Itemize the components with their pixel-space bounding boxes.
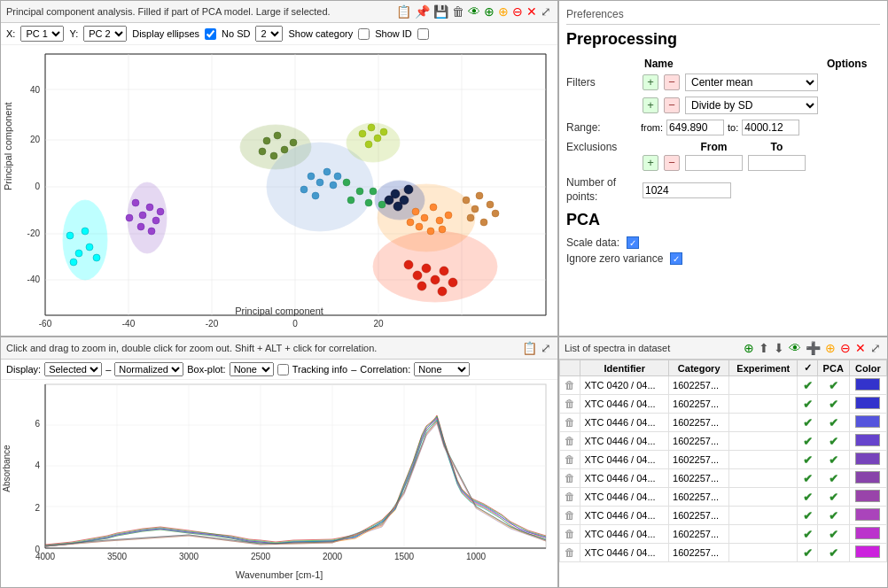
table-row[interactable]: 🗑 XTC 0446 / 04... 1602257... ✔ ✔	[560, 469, 887, 488]
row-delete-2[interactable]: 🗑	[560, 414, 580, 432]
svg-point-40	[139, 212, 146, 219]
row-delete-8[interactable]: 🗑	[560, 525, 580, 544]
list-add-icon[interactable]: ⊕	[743, 340, 755, 356]
scale-data-checkbox[interactable]	[627, 236, 639, 249]
list-expand-icon[interactable]: ⤢	[869, 340, 882, 356]
table-row[interactable]: 🗑 XTC 0420 / 04... 1602257... ✔ ✔	[560, 376, 887, 395]
show-id-checkbox[interactable]	[417, 28, 429, 40]
row-id-3: XTC 0446 / 04...	[580, 432, 669, 451]
row-color-8[interactable]	[849, 525, 886, 544]
cross-icon[interactable]: ✕	[526, 4, 538, 19]
row-id-5: XTC 0446 / 04...	[580, 469, 669, 488]
copy-icon[interactable]: 📋	[395, 4, 412, 19]
list-minus-icon[interactable]: ⊖	[839, 340, 852, 356]
pin-icon[interactable]: 📌	[414, 4, 431, 19]
minus-circle-icon[interactable]: ⊖	[511, 4, 524, 19]
row-pca-8: ✔	[817, 525, 849, 544]
filter2-add-btn[interactable]: +	[643, 97, 658, 113]
y-pc-select[interactable]: PC 1PC 2PC 3	[83, 26, 127, 42]
exclusion-to-input[interactable]	[748, 155, 806, 171]
list-view-icon[interactable]: 👁	[788, 340, 802, 356]
svg-point-93	[463, 197, 470, 204]
list-cross-icon[interactable]: ✕	[854, 340, 867, 356]
filter-row-1: Filters + − Center mean	[566, 74, 880, 91]
list-scroll-area[interactable]: Identifier Category Experiment ✓ PCA Col…	[559, 360, 887, 587]
row-delete-9[interactable]: 🗑	[560, 544, 580, 562]
list-plus-icon[interactable]: ➕	[805, 340, 822, 356]
range-from-input[interactable]	[666, 120, 724, 135]
normalized-select[interactable]: NormalizedRaw	[114, 362, 183, 376]
add-circle-icon[interactable]: ⊕	[483, 4, 495, 19]
exclusion-remove-btn[interactable]: −	[664, 155, 680, 171]
tracking-checkbox[interactable]	[277, 364, 289, 375]
filter1-add-btn[interactable]: +	[643, 74, 658, 90]
display-ellipses-checkbox[interactable]	[205, 28, 216, 40]
no-sd-select[interactable]: 123	[255, 26, 283, 42]
svg-text:20: 20	[30, 135, 41, 144]
svg-point-94	[471, 205, 479, 213]
x-pc-select[interactable]: PC 1PC 2PC 3	[20, 26, 64, 42]
table-row[interactable]: 🗑 XTC 0446 / 04... 1602257... ✔ ✔	[560, 507, 887, 525]
table-row[interactable]: 🗑 XTC 0446 / 04... 1602257... ✔ ✔	[560, 544, 887, 562]
row-delete-3[interactable]: 🗑	[560, 432, 580, 451]
table-row[interactable]: 🗑 XTC 0446 / 04... 1602257... ✔ ✔	[560, 525, 887, 544]
npoints-input[interactable]	[643, 182, 731, 198]
table-row[interactable]: 🗑 XTC 0446 / 04... 1602257... ✔ ✔	[560, 488, 887, 507]
row-color-7[interactable]	[849, 507, 886, 525]
row-color-6[interactable]	[849, 488, 886, 507]
row-delete-0[interactable]: 🗑	[560, 376, 580, 395]
correlation-select[interactable]: NonePearson	[414, 362, 470, 376]
view-icon[interactable]: 👁	[467, 4, 481, 19]
save-icon[interactable]: 💾	[432, 4, 449, 19]
row-color-4[interactable]	[849, 451, 886, 469]
row-delete-1[interactable]: 🗑	[560, 395, 580, 414]
col-experiment[interactable]: Experiment	[729, 360, 798, 376]
display-select[interactable]: SelectedAll	[44, 362, 102, 376]
pca-section-title: PCA	[566, 211, 880, 229]
dash-separator: –	[105, 364, 111, 375]
list-add2-icon[interactable]: ⊕	[824, 340, 837, 356]
exclusion-add-btn[interactable]: +	[643, 155, 658, 171]
filter2-remove-btn[interactable]: −	[664, 97, 680, 113]
list-up-icon[interactable]: ⬆	[758, 340, 770, 356]
boxplot-select[interactable]: NoneMean	[230, 362, 274, 376]
svg-point-73	[436, 217, 443, 224]
row-delete-5[interactable]: 🗑	[560, 469, 580, 488]
row-color-3[interactable]	[849, 432, 886, 451]
col-color[interactable]: Color	[849, 360, 886, 376]
pca-plot-area[interactable]: -60 -40 -20 0 20 40 20 0 -20 -40	[1, 45, 557, 336]
col-pca[interactable]: PCA	[817, 360, 849, 376]
row-id-7: XTC 0446 / 04...	[580, 507, 669, 525]
table-row[interactable]: 🗑 XTC 0446 / 04... 1602257... ✔ ✔	[560, 451, 887, 469]
exclusion-from-input[interactable]	[685, 155, 743, 171]
add-plus-icon[interactable]: ⊕	[497, 4, 510, 19]
svg-text:Absorbance: Absorbance	[2, 445, 12, 492]
expand-icon[interactable]: ⤢	[540, 4, 552, 19]
row-color-0[interactable]	[849, 376, 886, 395]
table-row[interactable]: 🗑 XTC 0446 / 04... 1602257... ✔ ✔	[560, 414, 887, 432]
row-color-2[interactable]	[849, 414, 886, 432]
row-delete-6[interactable]: 🗑	[560, 488, 580, 507]
delete-icon[interactable]: 🗑	[451, 4, 465, 19]
row-color-1[interactable]	[849, 395, 886, 414]
table-row[interactable]: 🗑 XTC 0446 / 04... 1602257... ✔ ✔	[560, 432, 887, 451]
filter1-select[interactable]: Center mean	[685, 74, 818, 91]
col-category[interactable]: Category	[669, 360, 729, 376]
spectra-copy-icon[interactable]: 📋	[521, 340, 538, 356]
filter1-remove-btn[interactable]: −	[664, 74, 680, 90]
list-down-icon[interactable]: ⬇	[773, 340, 785, 356]
range-to-input[interactable]	[742, 120, 799, 135]
table-row[interactable]: 🗑 XTC 0446 / 04... 1602257... ✔ ✔	[560, 395, 887, 414]
ignore-zero-checkbox[interactable]	[670, 252, 682, 265]
spectra-plot-area[interactable]: 0 2 4 6 4000 3500 3000 2500 2000 1500 10…	[1, 380, 557, 587]
show-category-checkbox[interactable]	[358, 28, 370, 40]
col-check[interactable]: ✓	[798, 360, 817, 376]
spectra-expand-icon[interactable]: ⤢	[540, 340, 552, 356]
row-color-9[interactable]	[849, 544, 886, 562]
svg-point-95	[476, 192, 483, 199]
filter2-select[interactable]: Divide by SD	[685, 97, 818, 114]
col-identifier[interactable]: Identifier	[580, 360, 669, 376]
row-delete-7[interactable]: 🗑	[560, 507, 580, 525]
row-color-5[interactable]	[849, 469, 886, 488]
row-delete-4[interactable]: 🗑	[560, 451, 580, 469]
